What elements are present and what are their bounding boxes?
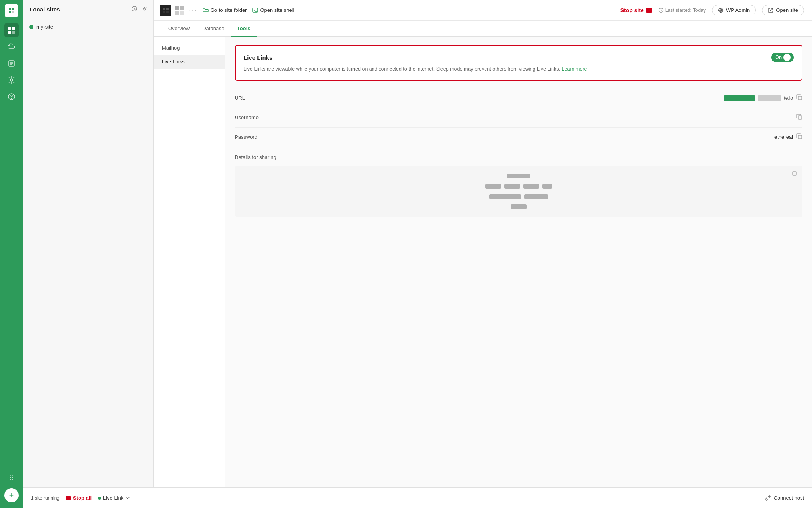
- connect-host-label: Connect host: [774, 495, 804, 501]
- go-to-folder-link[interactable]: Go to site folder: [203, 7, 247, 13]
- url-suffix: te.io: [784, 95, 793, 101]
- live-links-box: Live Links On Live Links are viewable wh…: [235, 45, 802, 81]
- url-copy-icon[interactable]: [796, 94, 802, 102]
- svg-rect-7: [8, 31, 11, 34]
- tools-item-mailhog[interactable]: Mailhog: [154, 41, 225, 55]
- stop-site-button[interactable]: Stop site: [620, 7, 652, 13]
- go-to-folder-label: Go to site folder: [211, 7, 247, 13]
- topbar: ··· Go to site folder Open site shell St…: [154, 0, 812, 21]
- url-bar-gray-block: [758, 95, 781, 101]
- left-panel-actions: [131, 6, 147, 13]
- url-row: URL te.io: [235, 89, 802, 108]
- open-shell-label: Open site shell: [260, 7, 294, 13]
- svg-rect-24: [798, 135, 802, 139]
- tab-overview[interactable]: Overview: [162, 21, 196, 37]
- blur-block: [489, 194, 521, 199]
- username-label: Username: [235, 115, 259, 120]
- username-value-area: [796, 114, 802, 122]
- sharing-row-3: [489, 194, 548, 199]
- svg-rect-6: [12, 27, 15, 30]
- main-area: ··· Go to site folder Open site shell St…: [154, 0, 812, 508]
- tools-item-live-links[interactable]: Live Links: [154, 55, 225, 69]
- open-site-button[interactable]: Open site: [762, 5, 804, 15]
- blur-block: [542, 184, 552, 189]
- app-logo[interactable]: [5, 4, 18, 17]
- main-panel: Live Links On Live Links are viewable wh…: [225, 37, 812, 508]
- site-icon-grid: [175, 6, 184, 15]
- sidebar-item-sites[interactable]: [4, 23, 19, 37]
- wp-admin-button[interactable]: WP Admin: [712, 5, 756, 15]
- site-icon-block: ···: [160, 5, 198, 16]
- stop-site-label: Stop site: [620, 7, 644, 13]
- site-list-item[interactable]: my-site: [23, 21, 153, 33]
- svg-rect-8: [12, 31, 15, 34]
- add-site-button[interactable]: +: [4, 488, 19, 502]
- collapse-icon[interactable]: [141, 6, 147, 13]
- live-links-toggle[interactable]: On: [771, 53, 794, 62]
- tabs-bar: Overview Database Tools: [154, 21, 812, 37]
- blur-block: [523, 184, 539, 189]
- site-running-dot: [29, 25, 33, 29]
- live-links-header: Live Links On: [243, 53, 794, 62]
- blur-block: [507, 174, 530, 178]
- sharing-row-4: [511, 204, 527, 209]
- svg-rect-3: [9, 11, 11, 13]
- password-value-area: ethereal: [774, 133, 802, 141]
- username-copy-icon[interactable]: [796, 114, 802, 122]
- left-panel-header: Local sites: [23, 0, 153, 17]
- tab-database[interactable]: Database: [196, 21, 231, 37]
- svg-point-13: [10, 79, 13, 81]
- password-label: Password: [235, 134, 257, 140]
- toggle-on-label: On: [775, 55, 782, 60]
- svg-rect-4: [12, 11, 14, 13]
- details-label: Details for sharing: [235, 154, 276, 160]
- sidebar-item-logs[interactable]: [4, 56, 19, 71]
- bottom-bar-right: Connect host: [765, 495, 804, 501]
- sharing-row-1: [507, 174, 530, 178]
- blur-block: [504, 184, 520, 189]
- url-bar-green-block: [724, 95, 755, 101]
- sharing-row-2: [485, 184, 552, 189]
- svg-rect-0: [7, 6, 16, 15]
- sharing-copy-icon[interactable]: [791, 170, 797, 178]
- learn-more-link[interactable]: Learn more: [562, 66, 587, 72]
- bottom-bar-left: 1 site running Stop all Live Link: [154, 495, 757, 501]
- details-section: Details for sharing: [235, 149, 802, 217]
- toggle-circle: [783, 54, 791, 61]
- site-favicon: [160, 5, 171, 16]
- sharing-box: [235, 166, 802, 217]
- left-panel: Local sites my-site 1 site running Stop …: [23, 0, 154, 508]
- blur-block: [511, 204, 527, 209]
- sidebar-more-dots[interactable]: ⠿: [9, 474, 14, 483]
- blur-block: [485, 184, 501, 189]
- url-label: URL: [235, 95, 245, 101]
- password-value: ethereal: [774, 134, 793, 140]
- blur-block: [524, 194, 548, 199]
- svg-rect-23: [798, 116, 802, 119]
- svg-rect-17: [253, 8, 258, 12]
- tab-tools[interactable]: Tools: [231, 21, 257, 37]
- sidebar-item-plugins[interactable]: [4, 73, 19, 87]
- svg-point-26: [766, 499, 767, 500]
- sidebar-item-cloud[interactable]: [4, 40, 19, 54]
- connect-host-button[interactable]: Connect host: [765, 495, 804, 501]
- topbar-left: ··· Go to site folder Open site shell: [160, 5, 294, 16]
- details-header-row: Details for sharing: [235, 149, 802, 166]
- topbar-actions: Go to site folder Open site shell: [203, 7, 295, 13]
- svg-rect-2: [12, 8, 14, 10]
- topbar-right: Stop site Last started: Today WP Admin O…: [620, 5, 804, 15]
- svg-line-21: [770, 8, 773, 11]
- password-copy-icon[interactable]: [796, 133, 802, 141]
- site-more-dots[interactable]: ···: [189, 6, 198, 15]
- sidebar-item-help[interactable]: [4, 90, 19, 104]
- svg-point-15: [11, 98, 12, 99]
- open-site-label: Open site: [776, 7, 798, 13]
- open-shell-link[interactable]: Open site shell: [252, 7, 294, 13]
- site-name: my-site: [36, 24, 53, 30]
- stop-site-square-icon: [646, 8, 652, 13]
- wp-admin-label: WP Admin: [726, 7, 750, 13]
- live-links-description: Live Links are viewable while your compu…: [243, 65, 794, 73]
- history-icon[interactable]: [131, 6, 138, 13]
- url-bar: te.io: [724, 95, 793, 101]
- site-list: my-site: [23, 17, 153, 492]
